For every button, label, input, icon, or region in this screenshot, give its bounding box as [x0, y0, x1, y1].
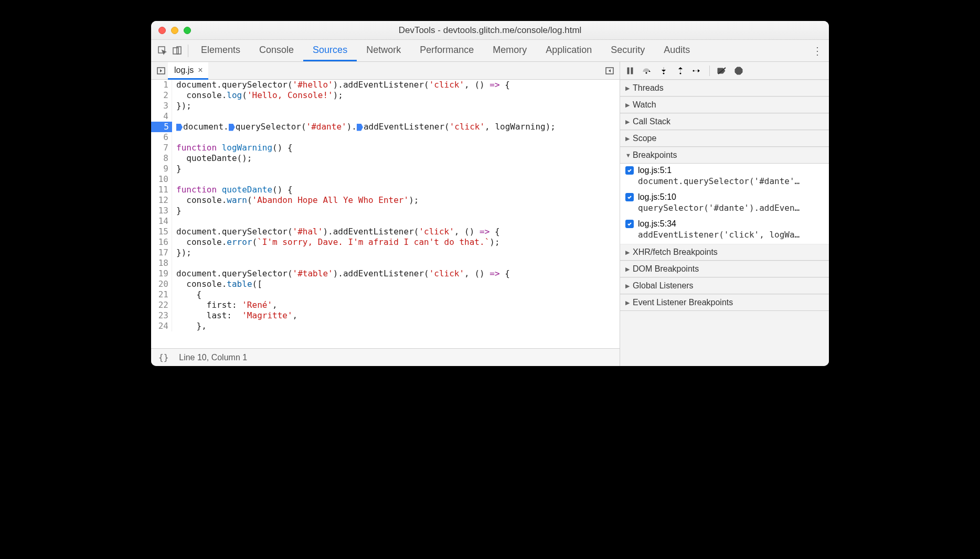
gutter-line-number[interactable]: 3	[151, 101, 172, 111]
source-line[interactable]: console.error(`I'm sorry, Dave. I'm afra…	[172, 237, 500, 248]
gutter-line-number[interactable]: 1	[151, 80, 172, 90]
source-line[interactable]	[172, 111, 176, 122]
source-line[interactable]: function logWarning() {	[172, 143, 293, 153]
tab-console[interactable]: Console	[250, 40, 303, 61]
pane-watch[interactable]: ▶Watch	[620, 96, 829, 113]
pane-call-stack[interactable]: ▶Call Stack	[620, 113, 829, 130]
gutter-line-number[interactable]: 15	[151, 227, 172, 237]
source-line[interactable]: console.warn('Abandon Hope All Ye Who En…	[172, 195, 419, 206]
breakpoint-checkbox[interactable]	[625, 166, 634, 175]
gutter-line-number[interactable]: 24	[151, 321, 172, 331]
gutter-line-number[interactable]: 13	[151, 206, 172, 216]
step-over-icon[interactable]	[641, 65, 653, 77]
triangle-right-icon: ▶	[625, 266, 633, 273]
source-line[interactable]: },	[172, 321, 207, 331]
column-breakpoint-marker[interactable]	[357, 124, 363, 131]
device-toggle-icon[interactable]	[170, 44, 185, 58]
breakpoint-checkbox[interactable]	[625, 193, 634, 201]
tab-performance[interactable]: Performance	[410, 40, 483, 61]
tab-memory[interactable]: Memory	[483, 40, 536, 61]
gutter-line-number[interactable]: 4	[151, 111, 172, 122]
breakpoint-item[interactable]: log.js:5:1document.querySelector('#dante…	[620, 164, 829, 190]
pretty-print-icon[interactable]: {}	[158, 352, 168, 362]
pane-event-listener-breakpoints[interactable]: ▶Event Listener Breakpoints	[620, 294, 829, 311]
breakpoint-item[interactable]: log.js:5:10querySelector('#dante').addEv…	[620, 190, 829, 217]
snippets-toggle-icon[interactable]	[603, 64, 616, 78]
gutter-line-number[interactable]: 6	[151, 132, 172, 143]
pause-on-exceptions-icon[interactable]	[733, 65, 744, 77]
gutter-line-number[interactable]: 7	[151, 143, 172, 153]
source-line[interactable]	[172, 132, 176, 143]
pane-threads[interactable]: ▶Threads	[620, 80, 829, 96]
source-line[interactable]: document.querySelector('#dante').addEven…	[172, 122, 556, 132]
source-line[interactable]: });	[172, 248, 191, 258]
gutter-line-number[interactable]: 16	[151, 237, 172, 248]
tab-audits[interactable]: Audits	[654, 40, 699, 61]
source-line[interactable]	[172, 258, 176, 268]
pane-label: Breakpoints	[633, 150, 677, 160]
source-line[interactable]: console.log('Hello, Console!');	[172, 90, 343, 101]
source-line[interactable]: last: 'Magritte',	[172, 310, 297, 321]
gutter-line-number[interactable]: 10	[151, 174, 172, 185]
source-line[interactable]: document.querySelector('#table').addEven…	[172, 268, 510, 279]
code-line: 20 console.table([	[151, 279, 620, 289]
pane-dom-breakpoints[interactable]: ▶DOM Breakpoints	[620, 261, 829, 277]
gutter-line-number[interactable]: 22	[151, 300, 172, 310]
tab-sources[interactable]: Sources	[303, 40, 357, 61]
source-line[interactable]: function quoteDante() {	[172, 185, 293, 195]
pane-global-listeners[interactable]: ▶Global Listeners	[620, 277, 829, 294]
close-file-icon[interactable]: ×	[198, 66, 203, 75]
gutter-line-number[interactable]: 14	[151, 216, 172, 227]
code-line: 22 first: 'René',	[151, 300, 620, 310]
divider	[188, 45, 188, 57]
more-menu-icon[interactable]: ⋮	[810, 45, 825, 57]
code-line: 8 quoteDante();	[151, 153, 620, 164]
pause-icon[interactable]	[624, 65, 636, 77]
navigator-toggle-icon[interactable]	[154, 64, 168, 78]
gutter-line-number[interactable]: 21	[151, 289, 172, 300]
tab-network[interactable]: Network	[357, 40, 410, 61]
gutter-line-number[interactable]: 5	[151, 122, 172, 132]
deactivate-breakpoints-icon[interactable]	[716, 65, 728, 77]
source-line[interactable]: {	[172, 289, 201, 300]
breakpoint-location: log.js:5:34	[638, 219, 676, 229]
gutter-line-number[interactable]: 19	[151, 268, 172, 279]
tab-application[interactable]: Application	[536, 40, 601, 61]
source-line[interactable]: quoteDante();	[172, 153, 252, 164]
source-line[interactable]: });	[172, 101, 191, 111]
gutter-line-number[interactable]: 8	[151, 153, 172, 164]
source-line[interactable]: document.querySelector('#hal').addEventL…	[172, 227, 500, 237]
step-icon[interactable]	[691, 65, 703, 77]
source-line[interactable]: }	[172, 206, 182, 216]
tab-elements[interactable]: Elements	[191, 40, 250, 61]
breakpoint-item[interactable]: log.js:5:34addEventListener('click', log…	[620, 217, 829, 244]
gutter-line-number[interactable]: 11	[151, 185, 172, 195]
step-into-icon[interactable]	[658, 65, 669, 77]
code-line: 2 console.log('Hello, Console!');	[151, 90, 620, 101]
breakpoint-preview: document.querySelector('#dante'…	[625, 175, 824, 189]
gutter-line-number[interactable]: 17	[151, 248, 172, 258]
tab-security[interactable]: Security	[601, 40, 654, 61]
inspect-icon[interactable]	[155, 44, 170, 58]
breakpoint-checkbox[interactable]	[625, 220, 634, 228]
pane-scope[interactable]: ▶Scope	[620, 130, 829, 147]
source-line[interactable]: console.table([	[172, 279, 262, 289]
pane-xhr-fetch-breakpoints[interactable]: ▶XHR/fetch Breakpoints	[620, 244, 829, 261]
gutter-line-number[interactable]: 2	[151, 90, 172, 101]
step-out-icon[interactable]	[675, 65, 686, 77]
column-breakpoint-marker[interactable]	[229, 124, 235, 131]
source-line[interactable]	[172, 174, 176, 185]
column-breakpoint-marker[interactable]	[176, 124, 183, 131]
gutter-line-number[interactable]: 9	[151, 164, 172, 174]
code-editor[interactable]: 1document.querySelector('#hello').addEve…	[151, 80, 620, 348]
gutter-line-number[interactable]: 23	[151, 310, 172, 321]
gutter-line-number[interactable]: 20	[151, 279, 172, 289]
source-line[interactable]	[172, 216, 176, 227]
gutter-line-number[interactable]: 18	[151, 258, 172, 268]
gutter-line-number[interactable]: 12	[151, 195, 172, 206]
source-line[interactable]: }	[172, 164, 182, 174]
file-tab-logjs[interactable]: log.js ×	[168, 62, 208, 80]
pane-breakpoints[interactable]: ▼Breakpoints	[620, 147, 829, 164]
source-line[interactable]: first: 'René',	[172, 300, 278, 310]
source-line[interactable]: document.querySelector('#hello').addEven…	[172, 80, 510, 90]
